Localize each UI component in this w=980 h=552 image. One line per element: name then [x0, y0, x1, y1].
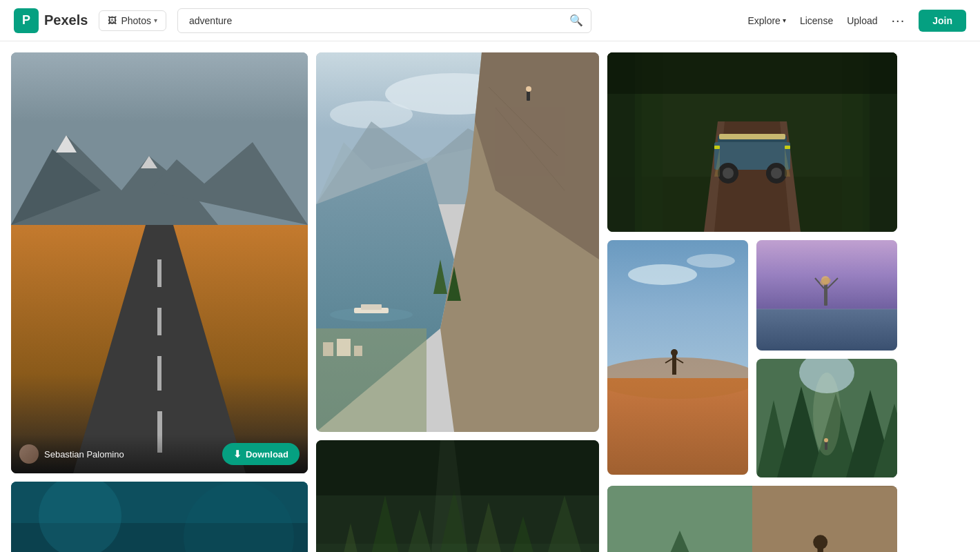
- heart-icon-jeep: ♡: [874, 66, 883, 77]
- svg-rect-30: [323, 342, 333, 356]
- heart-icon-forest: ♡: [576, 453, 585, 464]
- photographer-info-forest2: [765, 450, 784, 469]
- search-input[interactable]: [177, 8, 591, 33]
- photos-dropdown[interactable]: 🖼 Photos ▾: [99, 10, 166, 31]
- heart-icon-beach: ♡: [874, 253, 883, 264]
- heart-icon-forest2: ♡: [874, 372, 883, 383]
- photo-card-forest[interactable]: ⊞ ♡: [316, 440, 599, 552]
- svg-rect-63: [714, 146, 720, 149]
- photographer-avatar-cliff: [324, 404, 344, 424]
- photo-card-forest-sunny[interactable]: ⊞ ♡: [756, 359, 897, 477]
- photo-card-beach[interactable]: ⊞ ♡: [756, 240, 897, 351]
- collect-button-desert[interactable]: ⊞: [689, 247, 712, 270]
- logo-link[interactable]: P Pexels: [14, 8, 88, 33]
- like-button-beach[interactable]: ♡: [867, 247, 890, 270]
- nav-upload[interactable]: Upload: [847, 15, 877, 26]
- svg-rect-58: [719, 134, 785, 139]
- svg-rect-8: [157, 259, 161, 287]
- grid-column-1: ⊞ ♡: [11, 52, 308, 552]
- photographer-avatar-beach: [765, 323, 784, 342]
- photographer-info-desert: [616, 447, 635, 466]
- card-overlay: Sebastian Palomino ⬇ Download: [11, 435, 308, 473]
- header-nav: Explore ▾ License Upload ··· Join: [747, 10, 966, 32]
- svg-rect-28: [361, 304, 382, 310]
- photographer-avatar: [19, 444, 39, 464]
- svg-point-74: [671, 349, 678, 356]
- svg-rect-10: [157, 356, 161, 391]
- photographer-name: Sebastian Palomino: [44, 449, 124, 460]
- photo-card-road[interactable]: ⊞ ♡: [11, 52, 308, 473]
- svg-point-69: [628, 264, 697, 285]
- collect-icon-2: ⊞: [256, 495, 264, 506]
- svg-point-36: [526, 86, 531, 92]
- cliff-photo-svg: [316, 52, 599, 432]
- collect-button-2[interactable]: ⊞: [248, 489, 272, 512]
- explore-chevron-icon: ▾: [783, 17, 786, 24]
- photographer-info: Sebastian Palomino: [19, 444, 124, 464]
- search-bar: 🔍: [177, 8, 591, 33]
- collect-icon-jeep: ⊞: [845, 66, 854, 77]
- collection-thumbnails: [607, 486, 897, 552]
- collection-thumb-2: [752, 486, 897, 552]
- photo-card-cliff[interactable]: ⊞ ♡: [316, 52, 599, 432]
- like-button-forest[interactable]: ♡: [569, 447, 592, 471]
- svg-point-101: [813, 535, 827, 549]
- svg-rect-31: [337, 339, 351, 356]
- photographer-info-beach: [765, 323, 784, 342]
- svg-rect-35: [527, 90, 530, 101]
- photographer-avatar-desert: [616, 447, 635, 466]
- search-icon[interactable]: 🔍: [569, 14, 583, 27]
- right-sub-col: ⊞ ♡: [756, 240, 897, 477]
- heart-icon-2: ♡: [285, 495, 294, 506]
- collect-icon-cliff: ⊞: [547, 66, 556, 77]
- svg-point-62: [771, 168, 782, 179]
- heart-icon-desert: ♡: [725, 253, 734, 264]
- collect-button-beach[interactable]: ⊞: [838, 247, 861, 270]
- photographer-info-cliff: [324, 404, 344, 424]
- like-button-forest2[interactable]: ♡: [867, 366, 890, 389]
- collect-button-cliff[interactable]: ⊞: [540, 59, 563, 83]
- photo-grid: ⊞ ♡: [11, 52, 969, 552]
- svg-rect-64: [785, 146, 790, 149]
- grid-column-2: ⊞ ♡: [316, 52, 599, 552]
- svg-point-60: [723, 168, 734, 179]
- photo-card-desert[interactable]: ⊞ ♡: [607, 240, 748, 475]
- svg-point-14: [39, 482, 121, 552]
- main-content: ⊞ ♡: [0, 41, 980, 552]
- svg-rect-9: [157, 308, 161, 335]
- like-button-2[interactable]: ♡: [277, 489, 301, 512]
- photo-card-teal[interactable]: ⊞ ♡: [11, 482, 308, 552]
- like-button-cliff[interactable]: ♡: [569, 59, 592, 83]
- photo-card-jeep[interactable]: ⊞ ♡: [607, 52, 897, 232]
- photographer-avatar-forest2: [765, 450, 784, 469]
- collect-icon-desert: ⊞: [696, 253, 705, 264]
- photos-chevron-icon: ▾: [154, 17, 157, 24]
- svg-point-72: [607, 357, 748, 399]
- download-icon: ⬇: [233, 448, 242, 460]
- logo-icon: P: [14, 8, 39, 33]
- collect-button-forest2[interactable]: ⊞: [838, 366, 861, 389]
- collect-icon-forest: ⊞: [547, 453, 556, 464]
- small-cards-row: ⊞ ♡: [607, 240, 897, 477]
- download-button[interactable]: ⬇ Download: [222, 443, 300, 465]
- collect-icon-beach: ⊞: [845, 253, 854, 264]
- join-button[interactable]: Join: [919, 10, 966, 32]
- like-button-jeep[interactable]: ♡: [867, 59, 890, 83]
- svg-rect-73: [672, 354, 676, 375]
- nav-explore[interactable]: Explore ▾: [747, 15, 785, 26]
- like-button-desert[interactable]: ♡: [718, 247, 741, 270]
- svg-rect-32: [354, 346, 362, 356]
- logo-text: Pexels: [44, 12, 88, 28]
- collect-button-forest[interactable]: ⊞: [540, 447, 563, 471]
- collect-button-jeep[interactable]: ⊞: [838, 59, 861, 83]
- road-photo-svg: [11, 52, 308, 473]
- nav-license[interactable]: License: [800, 15, 833, 26]
- collection-thumb-1: [607, 486, 752, 552]
- grid-column-3: ⊞ ♡: [607, 52, 897, 552]
- photos-label: Photos: [121, 15, 151, 26]
- more-options-icon[interactable]: ···: [892, 12, 905, 28]
- collect-icon-forest2: ⊞: [845, 372, 854, 383]
- photographer-info-jeep: [616, 204, 635, 224]
- heart-icon-cliff: ♡: [576, 66, 585, 77]
- photo-card-collection[interactable]: Adventure is Out There 🗺️ 📋 180: [607, 486, 897, 552]
